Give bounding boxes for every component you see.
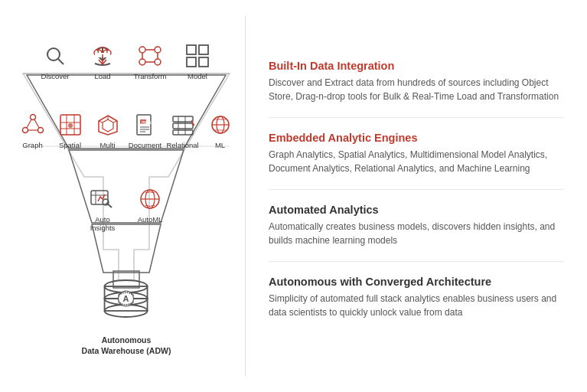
svg-line-26 xyxy=(34,119,39,128)
icon-document-label: Document xyxy=(129,141,161,149)
data-source-row: Discover xyxy=(15,41,237,80)
svg-point-3 xyxy=(47,48,60,60)
feature-desc-3: Automatically creates business models, d… xyxy=(269,220,564,247)
svg-text:JSON: JSON xyxy=(141,120,152,125)
icon-ml-label: ML xyxy=(215,141,225,149)
icon-load: Load xyxy=(80,41,125,80)
svg-rect-21 xyxy=(199,57,208,67)
feature-desc-1: Discover and Extract data from hundreds … xyxy=(269,76,564,103)
icon-document: JSON Document xyxy=(128,110,162,149)
feature-title-4: Autonomous with Converged Architecture xyxy=(269,276,564,288)
icon-graph-label: Graph xyxy=(22,141,42,149)
icon-auto-insights: Auto Insights xyxy=(80,185,125,233)
svg-line-25 xyxy=(27,119,31,128)
svg-rect-42 xyxy=(173,123,193,129)
feature-title-3: Automated Analytics xyxy=(269,204,564,216)
icon-automl: AutoML xyxy=(128,185,172,224)
analytics-type-row: Graph Spatial xyxy=(15,110,237,149)
icon-transform: Transform xyxy=(128,41,172,80)
adw-label: Autonomous Data Warehouse (ADW) xyxy=(82,335,171,357)
icon-model: Model xyxy=(175,41,220,80)
feature-automated-analytics: Automated Analytics Automatically create… xyxy=(269,204,564,262)
icon-multi-label: Multi xyxy=(99,141,115,149)
adw-block: A Autonomous Data Warehouse (ADW) xyxy=(82,273,171,357)
svg-rect-20 xyxy=(187,57,196,67)
svg-point-12 xyxy=(139,59,145,65)
feature-analytic-engines: Embedded Analytic Engines Graph Analytic… xyxy=(269,132,564,190)
feature-desc-4: Simplicity of automated full stack analy… xyxy=(269,292,564,319)
icon-auto-insights-label: Auto Insights xyxy=(90,215,116,233)
icon-automl-label: AutoML xyxy=(138,215,163,224)
icon-ml: ML xyxy=(203,110,237,149)
svg-point-10 xyxy=(139,47,145,53)
svg-point-23 xyxy=(22,128,28,133)
icon-multi: Multi xyxy=(90,110,125,149)
svg-point-22 xyxy=(30,115,35,120)
svg-line-4 xyxy=(58,59,64,64)
icon-load-label: Load xyxy=(94,72,110,80)
icon-transform-label: Transform xyxy=(134,72,167,80)
feature-title-2: Embedded Analytic Engines xyxy=(269,132,564,144)
icon-spatial: Spatial xyxy=(53,110,87,149)
feature-data-integration: Built-In Data Integration Discover and E… xyxy=(269,60,564,118)
svg-point-29 xyxy=(68,123,73,128)
icon-discover-label: Discover xyxy=(41,72,70,80)
svg-point-13 xyxy=(155,59,161,65)
icon-discover: Discover xyxy=(33,41,77,80)
svg-rect-41 xyxy=(173,116,193,122)
svg-rect-19 xyxy=(199,45,208,54)
svg-rect-18 xyxy=(187,45,196,54)
feature-autonomous-architecture: Autonomous with Converged Architecture S… xyxy=(269,276,564,333)
icon-graph: Graph xyxy=(15,110,50,149)
svg-point-11 xyxy=(155,47,161,53)
icon-spatial-label: Spatial xyxy=(59,141,81,149)
icon-relational-label: Relational xyxy=(166,141,198,149)
svg-rect-43 xyxy=(173,130,193,135)
funnel-diagram: Discover xyxy=(15,28,237,364)
svg-point-24 xyxy=(38,128,43,133)
auto-row: Auto Insights AutoML xyxy=(38,185,214,233)
svg-marker-31 xyxy=(103,119,113,132)
icon-model-label: Model xyxy=(188,72,207,80)
right-panel: Built-In Data Integration Discover and E… xyxy=(245,15,579,377)
feature-desc-2: Graph Analytics, Spatial Analytics, Mult… xyxy=(269,148,564,175)
svg-text:A: A xyxy=(123,294,129,303)
main-container: Discover xyxy=(0,0,587,392)
left-panel: Discover xyxy=(8,15,245,377)
icon-relational: Relational xyxy=(165,110,200,149)
feature-title-1: Built-In Data Integration xyxy=(269,60,564,72)
